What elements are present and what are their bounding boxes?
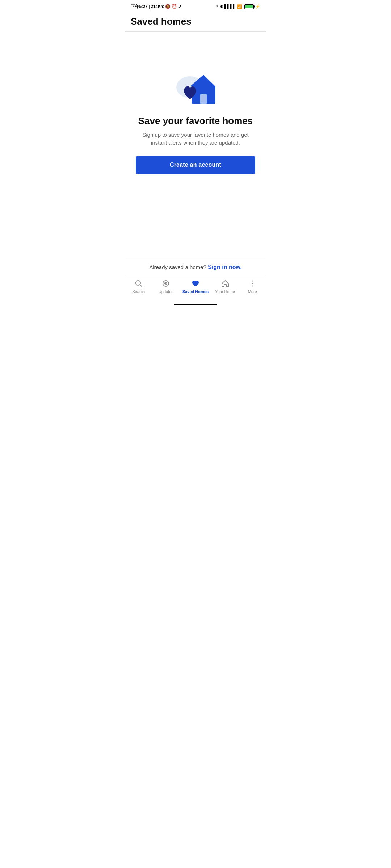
bluetooth-icon: ✱ (220, 4, 223, 9)
your-home-nav-label: Your Home (215, 289, 235, 294)
nav-item-search[interactable]: Search (128, 279, 150, 294)
page-header: Saved homes (125, 12, 266, 31)
svg-point-9 (252, 283, 253, 284)
search-nav-icon (134, 279, 143, 288)
more-nav-icon (248, 279, 257, 288)
svg-rect-3 (200, 94, 207, 104)
sign-in-link[interactable]: Sign in now. (208, 264, 242, 270)
battery-icon (244, 4, 254, 9)
saved-homes-nav-icon (191, 279, 200, 288)
status-time-network: 下午5:27 | 214K/s 🔕 ⏰ ↗ (131, 4, 181, 10)
svg-point-8 (252, 281, 253, 282)
updates-nav-icon (161, 279, 171, 288)
nav-item-saved-homes[interactable]: Saved Homes (182, 279, 209, 294)
updates-nav-label: Updates (159, 289, 173, 294)
nav-item-updates[interactable]: Updates (155, 279, 177, 294)
wifi-icon: 📶 (237, 4, 242, 9)
status-icons: ↗ ✱ ▌▌▌▌ 📶 ⚡ (215, 4, 260, 9)
svg-point-10 (252, 286, 253, 287)
more-nav-label: More (248, 289, 257, 294)
nav-item-your-home[interactable]: Your Home (214, 279, 236, 294)
location-icon: ↗ (215, 4, 218, 9)
create-account-button[interactable]: Create an account (136, 156, 255, 174)
your-home-nav-icon (220, 279, 230, 288)
spacer (125, 207, 266, 258)
signal-icon: ▌▌▌▌ (224, 4, 236, 9)
saved-homes-illustration (170, 65, 221, 108)
status-bar: 下午5:27 | 214K/s 🔕 ⏰ ↗ ↗ ✱ ▌▌▌▌ 📶 ⚡ (125, 0, 266, 12)
save-heading: Save your favorite homes (138, 115, 253, 127)
save-subtext: Sign up to save your favorite homes and … (141, 131, 250, 147)
sign-in-area: Already saved a home? Sign in now. (125, 258, 266, 275)
page-title: Saved homes (131, 16, 260, 27)
nav-item-more[interactable]: More (241, 279, 263, 294)
charging-icon: ⚡ (255, 4, 260, 9)
saved-homes-nav-label: Saved Homes (182, 289, 209, 294)
bottom-nav: Search Updates Saved Homes Your Home (125, 275, 266, 302)
search-nav-label: Search (132, 289, 145, 294)
svg-point-7 (165, 283, 167, 284)
home-indicator (174, 304, 217, 305)
main-content: Save your favorite homes Sign up to save… (125, 32, 266, 207)
sign-in-text: Already saved a home? (149, 264, 206, 270)
svg-line-5 (140, 285, 142, 287)
